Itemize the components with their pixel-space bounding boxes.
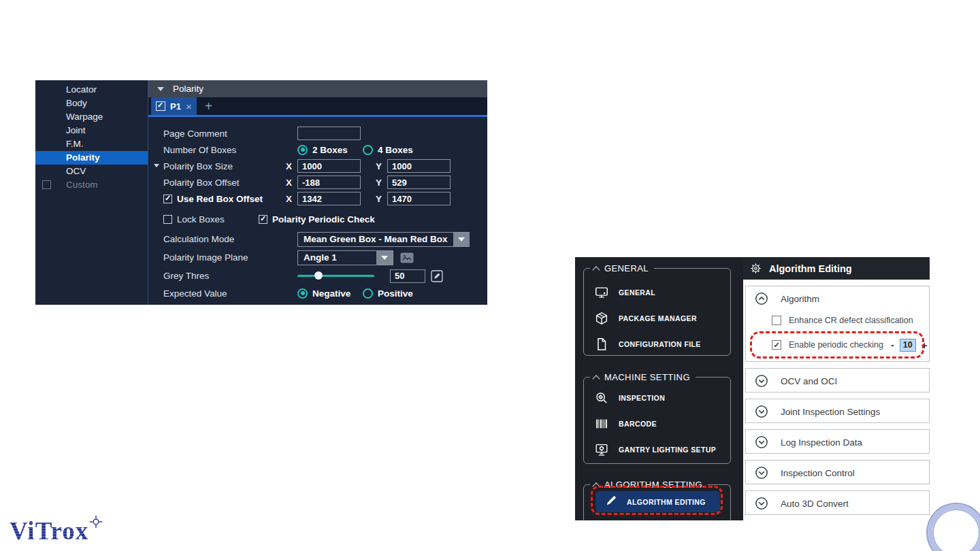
periodic-interval-stepper: - 10 + <box>891 339 927 352</box>
chevron-down-circle-icon[interactable] <box>755 435 768 449</box>
sidebar-item-barcode[interactable]: BARCODE <box>593 411 730 437</box>
radio-2-boxes[interactable]: 2 Boxes <box>297 145 363 155</box>
sidebar-item-fm[interactable]: F.M. <box>35 137 148 151</box>
chevron-down-circle-icon[interactable] <box>755 405 768 418</box>
sidebar-item-ocv[interactable]: OCV <box>35 165 148 178</box>
chevron-up-circle-icon[interactable] <box>755 292 768 305</box>
radio-icon[interactable] <box>363 288 373 299</box>
checkbox-label: Enable periodic checking <box>789 340 883 350</box>
slider-thumb[interactable] <box>314 271 323 280</box>
chevron-down-circle-icon[interactable] <box>755 466 768 480</box>
radio-positive[interactable]: Positive <box>363 288 428 299</box>
box-size-x-input[interactable] <box>297 159 361 173</box>
sidebar-item-general[interactable]: GENERAL <box>593 280 730 305</box>
lock-boxes-checkbox[interactable] <box>163 215 172 224</box>
group-machine-setting: MACHINE SETTING INSPECTION BARCODE GANTR… <box>583 377 731 464</box>
red-box-offset-label: Use Red Box Offset <box>177 194 263 204</box>
dropdown-value: Angle 1 <box>298 251 342 265</box>
radio-icon[interactable] <box>363 145 373 155</box>
chevron-down-circle-icon[interactable] <box>755 374 768 388</box>
calculation-mode-row: Calculation Mode Mean Green Box - Mean R… <box>163 230 487 248</box>
lock-boxes-group: Lock Boxes <box>163 214 259 224</box>
sidebar-item-package-manager[interactable]: PACKAGE MANAGER <box>593 305 730 331</box>
sidebar-item-joint[interactable]: Joint <box>35 124 148 137</box>
section-header[interactable]: Inspection Control <box>746 461 929 485</box>
section-label: Log Inspection Data <box>781 437 862 448</box>
red-box-y-input[interactable] <box>387 192 451 205</box>
red-box-offset-checkbox[interactable] <box>163 195 172 203</box>
number-of-boxes-row: Number Of Boxes 2 Boxes 4 Boxes <box>163 141 487 158</box>
section-header[interactable]: Auto 3D Convert <box>746 491 929 516</box>
chevron-down-icon[interactable] <box>453 233 470 246</box>
group-algorithm-setting-legend[interactable]: ALGORITHM SETTING <box>590 479 708 490</box>
sidebar-item-gantry-lighting-setup[interactable]: GANTRY LIGHTING SETUP <box>593 437 730 463</box>
enable-periodic-row: Enable periodic checking - 10 + <box>746 338 929 352</box>
sidebar-item-polarity[interactable]: Polarity <box>35 151 148 165</box>
enable-periodic-checkbox[interactable] <box>772 340 781 350</box>
tab-p1-label: P1 <box>170 101 181 112</box>
stepper-minus-button[interactable]: - <box>891 339 894 350</box>
crosshair-icon <box>89 515 103 531</box>
section-label: Algorithm <box>781 294 819 304</box>
red-box-x-input[interactable] <box>297 192 361 205</box>
section-header[interactable]: OCV and OCI <box>746 369 929 393</box>
radio-icon[interactable] <box>297 288 308 299</box>
add-tab-button[interactable]: + <box>205 99 213 113</box>
grey-thres-row: Grey Thres <box>163 267 487 285</box>
polarity-tab-bar: P1 × + <box>148 97 487 117</box>
x-axis-label: X <box>286 178 297 188</box>
calculation-mode-dropdown[interactable]: Mean Green Box - Mean Red Box <box>297 232 470 247</box>
group-machine-setting-legend[interactable]: MACHINE SETTING <box>590 371 696 383</box>
radio-label: 4 Boxes <box>378 145 413 155</box>
page-comment-input[interactable] <box>297 127 361 140</box>
edit-icon[interactable] <box>431 270 443 282</box>
stepper-value[interactable]: 10 <box>900 339 916 352</box>
radio-4-boxes[interactable]: 4 Boxes <box>363 145 428 155</box>
grey-thres-input[interactable] <box>390 269 425 283</box>
tab-p1-checkbox[interactable] <box>156 101 165 111</box>
gear-icon <box>749 262 762 275</box>
tab-p1[interactable]: P1 × <box>151 97 197 115</box>
sidebar-item-configuration-file[interactable]: CONFIGURATION FILE <box>593 331 730 357</box>
group-general-legend[interactable]: GENERAL <box>590 263 654 274</box>
radio-icon[interactable] <box>297 145 308 155</box>
image-icon[interactable] <box>400 252 414 263</box>
sidebar-item-inspection[interactable]: INSPECTION <box>593 385 730 411</box>
section-header[interactable]: Joint Inspection Settings <box>746 399 929 424</box>
grey-thres-slider[interactable] <box>297 275 374 277</box>
inspection-magnifier-icon <box>593 390 610 406</box>
periodic-check-checkbox[interactable] <box>259 215 267 224</box>
logo-text: ViTrox <box>10 518 88 545</box>
package-icon <box>593 310 610 327</box>
calculation-mode-label: Calculation Mode <box>163 234 297 244</box>
section-header[interactable]: Log Inspection Data <box>746 430 929 454</box>
section-label: Inspection Control <box>781 468 855 478</box>
section-label: Joint Inspection Settings <box>781 407 880 417</box>
chevron-down-circle-icon[interactable] <box>755 497 768 510</box>
y-axis-label: Y <box>376 161 387 171</box>
box-size-y-input[interactable] <box>387 159 451 173</box>
enhance-cr-checkbox[interactable] <box>772 316 781 325</box>
custom-checkbox[interactable] <box>42 180 51 189</box>
image-plane-dropdown[interactable]: Angle 1 <box>297 250 393 265</box>
box-offset-y-input[interactable] <box>387 176 451 189</box>
sidebar-item-algorithm-editing[interactable]: ALGORITHM EDITING <box>595 491 720 512</box>
radio-label: 2 Boxes <box>312 145 348 155</box>
sidebar-item-custom[interactable]: Custom <box>35 178 148 192</box>
sidebar-item-label: PACKAGE MANAGER <box>619 314 697 322</box>
periodic-check-group: Polarity Periodic Check <box>259 214 375 224</box>
stepper-plus-button[interactable]: + <box>921 339 928 351</box>
section-inspection-control: Inspection Control <box>745 460 930 484</box>
box-size-label: Polarity Box Size <box>163 161 286 171</box>
section-algorithm-header[interactable]: Algorithm <box>746 286 929 311</box>
sidebar-item-warpage[interactable]: Warpage <box>35 110 148 124</box>
polarity-section-header[interactable]: Polarity <box>148 80 487 97</box>
sidebar-item-body[interactable]: Body <box>35 97 148 110</box>
expander-triangle-icon[interactable] <box>154 164 159 167</box>
x-axis-label: X <box>286 161 297 171</box>
chevron-down-icon[interactable] <box>376 251 393 265</box>
sidebar-item-locator[interactable]: Locator <box>35 83 148 97</box>
radio-negative[interactable]: Negative <box>297 288 363 299</box>
close-icon[interactable]: × <box>186 101 192 112</box>
box-offset-x-input[interactable] <box>297 176 361 189</box>
